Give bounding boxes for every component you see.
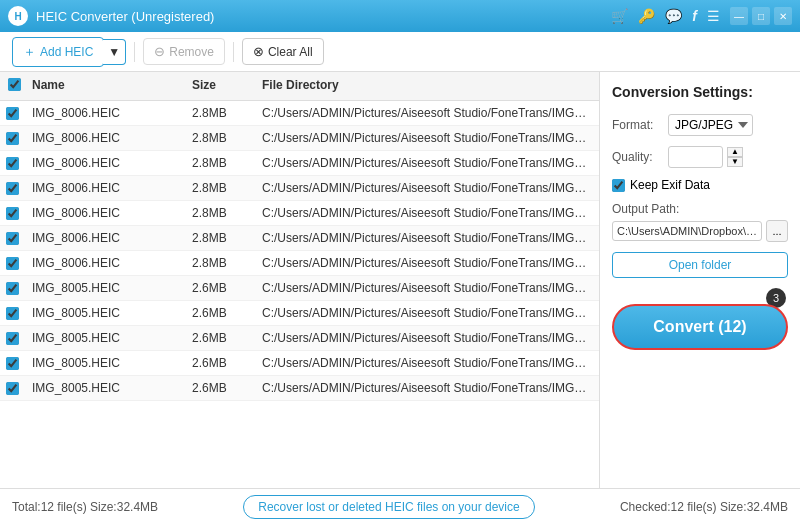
add-heic-button[interactable]: ＋ Add HEIC bbox=[12, 37, 104, 67]
header-size: Size bbox=[184, 78, 254, 94]
file-list-area: Name Size File Directory IMG_8006.HEIC 2… bbox=[0, 72, 600, 488]
row-size: 2.8MB bbox=[184, 181, 254, 195]
title-bar-icons: 🛒 🔑 💬 f ☰ bbox=[611, 8, 720, 24]
row-path: C:/Users/ADMIN/Pictures/Aiseesoft Studio… bbox=[254, 356, 599, 370]
row-path: C:/Users/ADMIN/Pictures/Aiseesoft Studio… bbox=[254, 106, 599, 120]
quality-label: Quality: bbox=[612, 150, 662, 164]
table-row: IMG_8005.HEIC 2.6MB C:/Users/ADMIN/Pictu… bbox=[0, 326, 599, 351]
row-checkbox[interactable] bbox=[6, 332, 19, 345]
row-checkbox[interactable] bbox=[6, 382, 19, 395]
browse-button[interactable]: ... bbox=[766, 220, 788, 242]
table-row: IMG_8006.HEIC 2.8MB C:/Users/ADMIN/Pictu… bbox=[0, 251, 599, 276]
quality-down-button[interactable]: ▼ bbox=[727, 157, 743, 167]
quality-spinner: ▲ ▼ bbox=[727, 147, 743, 167]
convert-button[interactable]: Convert (12) bbox=[612, 304, 788, 350]
row-checkbox[interactable] bbox=[6, 282, 19, 295]
row-name: IMG_8006.HEIC bbox=[24, 206, 184, 220]
row-size: 2.6MB bbox=[184, 356, 254, 370]
add-dropdown-button[interactable]: ▼ bbox=[103, 39, 126, 65]
table-row: IMG_8006.HEIC 2.8MB C:/Users/ADMIN/Pictu… bbox=[0, 226, 599, 251]
total-status: Total:12 file(s) Size:32.4MB bbox=[12, 500, 158, 514]
row-path: C:/Users/ADMIN/Pictures/Aiseesoft Studio… bbox=[254, 381, 599, 395]
row-checkbox[interactable] bbox=[6, 132, 19, 145]
row-checkbox[interactable] bbox=[6, 182, 19, 195]
row-name: IMG_8005.HEIC bbox=[24, 331, 184, 345]
row-size: 2.6MB bbox=[184, 331, 254, 345]
row-checkbox-cell bbox=[0, 282, 24, 295]
status-bar: Total:12 file(s) Size:32.4MB Recover los… bbox=[0, 488, 800, 524]
row-path: C:/Users/ADMIN/Pictures/Aiseesoft Studio… bbox=[254, 156, 599, 170]
open-folder-button[interactable]: Open folder bbox=[612, 252, 788, 278]
row-path: C:/Users/ADMIN/Pictures/Aiseesoft Studio… bbox=[254, 331, 599, 345]
table-row: IMG_8006.HEIC 2.8MB C:/Users/ADMIN/Pictu… bbox=[0, 101, 599, 126]
plus-icon: ＋ bbox=[23, 43, 36, 61]
format-select[interactable]: JPG/JPEGPNGGIFBMPTIFFPDF bbox=[668, 114, 753, 136]
row-size: 2.8MB bbox=[184, 131, 254, 145]
row-name: IMG_8006.HEIC bbox=[24, 181, 184, 195]
settings-title: Conversion Settings: bbox=[612, 84, 788, 100]
row-name: IMG_8006.HEIC bbox=[24, 106, 184, 120]
row-name: IMG_8005.HEIC bbox=[24, 356, 184, 370]
row-checkbox[interactable] bbox=[6, 232, 19, 245]
output-path-row: C:\Users\ADMIN\Dropbox\PC\... ... bbox=[612, 220, 788, 242]
row-size: 2.6MB bbox=[184, 306, 254, 320]
recover-button[interactable]: Recover lost or deleted HEIC files on yo… bbox=[243, 495, 534, 519]
row-size: 2.6MB bbox=[184, 381, 254, 395]
row-size: 2.8MB bbox=[184, 256, 254, 270]
quality-input[interactable]: 100% bbox=[668, 146, 723, 168]
output-path-label: Output Path: bbox=[612, 202, 788, 216]
row-checkbox-cell bbox=[0, 207, 24, 220]
row-checkbox-cell bbox=[0, 232, 24, 245]
window-controls: — □ ✕ bbox=[730, 7, 792, 25]
exif-row: Keep Exif Data bbox=[612, 178, 788, 192]
maximize-button[interactable]: □ bbox=[752, 7, 770, 25]
header-directory: File Directory bbox=[254, 78, 599, 94]
row-checkbox-cell bbox=[0, 157, 24, 170]
settings-panel: Conversion Settings: Format: JPG/JPEGPNG… bbox=[600, 72, 800, 488]
main-area: Name Size File Directory IMG_8006.HEIC 2… bbox=[0, 72, 800, 488]
app-logo: H bbox=[8, 6, 28, 26]
table-row: IMG_8005.HEIC 2.6MB C:/Users/ADMIN/Pictu… bbox=[0, 301, 599, 326]
row-name: IMG_8005.HEIC bbox=[24, 281, 184, 295]
table-row: IMG_8005.HEIC 2.6MB C:/Users/ADMIN/Pictu… bbox=[0, 351, 599, 376]
close-button[interactable]: ✕ bbox=[774, 7, 792, 25]
row-checkbox-cell bbox=[0, 132, 24, 145]
quality-up-button[interactable]: ▲ bbox=[727, 147, 743, 157]
key-icon[interactable]: 🔑 bbox=[638, 8, 655, 24]
convert-section: 3 Convert (12) bbox=[612, 288, 788, 350]
checked-status: Checked:12 file(s) Size:32.4MB bbox=[620, 500, 788, 514]
row-checkbox[interactable] bbox=[6, 107, 19, 120]
row-checkbox[interactable] bbox=[6, 307, 19, 320]
clear-all-button[interactable]: ⊗ Clear All bbox=[242, 38, 324, 65]
row-checkbox[interactable] bbox=[6, 257, 19, 270]
step-badge-wrapper: 3 bbox=[612, 288, 788, 302]
chat-icon[interactable]: 💬 bbox=[665, 8, 682, 24]
clear-icon: ⊗ bbox=[253, 44, 264, 59]
menu-icon[interactable]: ☰ bbox=[707, 8, 720, 24]
row-checkbox-cell bbox=[0, 357, 24, 370]
row-checkbox-cell bbox=[0, 307, 24, 320]
row-name: IMG_8006.HEIC bbox=[24, 156, 184, 170]
table-row: IMG_8005.HEIC 2.6MB C:/Users/ADMIN/Pictu… bbox=[0, 376, 599, 401]
facebook-icon[interactable]: f bbox=[692, 8, 697, 24]
row-size: 2.8MB bbox=[184, 206, 254, 220]
row-path: C:/Users/ADMIN/Pictures/Aiseesoft Studio… bbox=[254, 281, 599, 295]
minimize-button[interactable]: — bbox=[730, 7, 748, 25]
table-row: IMG_8006.HEIC 2.8MB C:/Users/ADMIN/Pictu… bbox=[0, 176, 599, 201]
row-checkbox[interactable] bbox=[6, 207, 19, 220]
keep-exif-checkbox[interactable] bbox=[612, 179, 625, 192]
row-checkbox[interactable] bbox=[6, 157, 19, 170]
row-path: C:/Users/ADMIN/Pictures/Aiseesoft Studio… bbox=[254, 181, 599, 195]
remove-button[interactable]: ⊖ Remove bbox=[143, 38, 225, 65]
select-all-checkbox[interactable] bbox=[8, 78, 21, 91]
exif-label: Keep Exif Data bbox=[630, 178, 710, 192]
row-name: IMG_8005.HEIC bbox=[24, 306, 184, 320]
row-checkbox-cell bbox=[0, 257, 24, 270]
row-checkbox[interactable] bbox=[6, 357, 19, 370]
cart-icon[interactable]: 🛒 bbox=[611, 8, 628, 24]
row-path: C:/Users/ADMIN/Pictures/Aiseesoft Studio… bbox=[254, 231, 599, 245]
table-row: IMG_8006.HEIC 2.8MB C:/Users/ADMIN/Pictu… bbox=[0, 126, 599, 151]
row-size: 2.6MB bbox=[184, 281, 254, 295]
app-title: HEIC Converter (Unregistered) bbox=[36, 9, 611, 24]
toolbar-separator2 bbox=[233, 42, 234, 62]
